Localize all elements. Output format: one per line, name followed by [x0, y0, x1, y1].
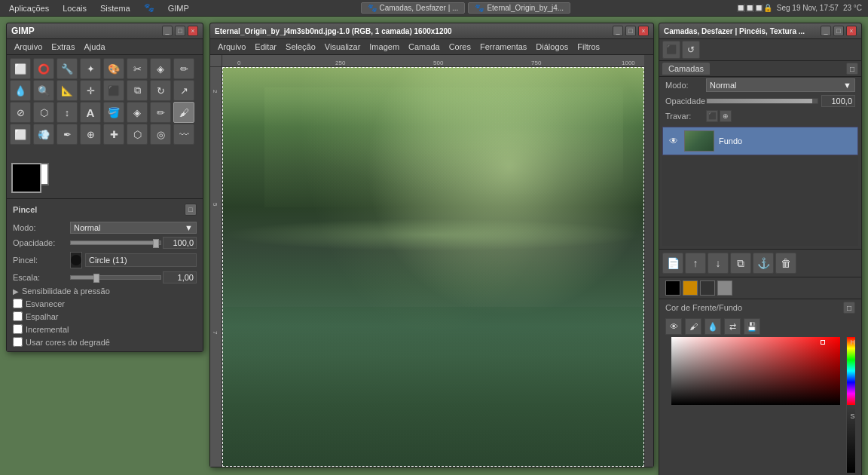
move-tool[interactable]: ✛	[80, 80, 101, 101]
layers-minimize-btn[interactable]: _	[821, 26, 831, 36]
perspective-tool[interactable]: ⬡	[33, 102, 54, 123]
brush-sensitivity-row[interactable]: ▶ Sensibilidade à pressão	[10, 285, 200, 297]
canvas-menu-filtros[interactable]: Filtros	[573, 41, 604, 53]
bucket-fill-tool[interactable]: 🪣	[103, 102, 124, 123]
lock-pixels-btn[interactable]: ⬛	[706, 110, 718, 122]
text-tool[interactable]: A	[80, 102, 101, 123]
scale-tool[interactable]: ↗	[173, 80, 194, 101]
layers-opacity-input[interactable]	[821, 95, 855, 107]
layers-icon-btn-1[interactable]: ⬛	[662, 41, 680, 59]
swatch-orange[interactable]	[683, 280, 698, 296]
brush-preview-icon[interactable]	[70, 252, 82, 268]
layers-icon-btn-2[interactable]: ↺	[682, 41, 700, 59]
lock-position-btn[interactable]: ⊕	[720, 110, 732, 122]
zoom-tool[interactable]: 🔍	[33, 80, 54, 101]
canvas-v-scrollbar[interactable]	[644, 67, 653, 467]
toolbox-close-btn[interactable]: ×	[188, 26, 198, 36]
blur-sharpen-tool[interactable]: ◎	[150, 124, 171, 145]
brush-scale-thumb[interactable]	[93, 274, 99, 283]
color-eye-btn[interactable]: 👁	[665, 318, 682, 335]
color-save-btn[interactable]: 💾	[744, 318, 760, 335]
canvas-menu-editar[interactable]: Editar	[250, 41, 281, 53]
brush-scale-value[interactable]	[163, 271, 197, 283]
layers-expand-btn[interactable]: □	[846, 63, 858, 75]
pencil-tool[interactable]: ✏	[150, 102, 171, 123]
brush-mode-dropdown[interactable]: Normal ▼	[70, 222, 197, 234]
espalhar-checkbox[interactable]	[13, 311, 23, 321]
smudge-tool[interactable]: 〰	[173, 124, 194, 145]
usar-cores-checkbox[interactable]	[13, 337, 23, 347]
swatch-gray[interactable]	[717, 280, 732, 296]
raise-layer-btn[interactable]: ↑	[685, 253, 706, 274]
canvas-close-btn[interactable]: ×	[638, 26, 649, 36]
taskbar-sistema[interactable]: Sistema	[94, 2, 136, 14]
incremental-checkbox[interactable]	[13, 324, 23, 334]
canvas-menu-selecao[interactable]: Seleção	[281, 41, 320, 53]
clone-tool[interactable]: ⊕	[80, 124, 101, 145]
brush-scale-slider[interactable]	[70, 275, 161, 280]
canvas-minimize-btn[interactable]: _	[613, 26, 623, 36]
taskbar-window-layers[interactable]: 🐾 Camadas, Desfazer | ...	[361, 2, 466, 14]
rotate-tool[interactable]: ↻	[150, 80, 171, 101]
perspective-clone-tool[interactable]: ⬡	[127, 124, 148, 145]
free-select-tool[interactable]: 🔧	[57, 58, 78, 79]
toolbox-minimize-btn[interactable]: _	[162, 26, 173, 36]
esvanecer-checkbox[interactable]	[13, 299, 23, 308]
paintbrush-tool[interactable]: 🖌	[173, 102, 194, 123]
toolbox-menu-ajuda[interactable]: Ajuda	[79, 41, 109, 53]
canvas-menu-camada[interactable]: Camada	[404, 41, 445, 53]
layers-close-btn[interactable]: ×	[846, 26, 857, 36]
color-picker-tool[interactable]: 💧	[10, 80, 31, 101]
canvas-menu-cores[interactable]: Cores	[445, 41, 475, 53]
fuzzy-select-tool[interactable]: ✦	[80, 58, 101, 79]
brush-opacity-thumb[interactable]	[153, 239, 159, 248]
anchor-layer-btn[interactable]: ⚓	[753, 253, 774, 274]
crop-tool[interactable]: ⧉	[127, 80, 148, 101]
toolbox-maximize-btn[interactable]: □	[175, 26, 185, 36]
toolbox-menu-extras[interactable]: Extras	[47, 41, 79, 53]
taskbar-window-canvas[interactable]: 🐾 Eternal_Origin_by_j4...	[468, 2, 570, 14]
swatch-black[interactable]	[665, 280, 680, 296]
brush-opacity-value[interactable]	[163, 237, 197, 249]
airbrush-tool[interactable]: 💨	[33, 124, 54, 145]
color-pick-btn[interactable]: 💧	[704, 318, 721, 335]
select-by-color-tool[interactable]: 🎨	[103, 58, 124, 79]
layers-tab-camadas[interactable]: Camadas	[662, 63, 710, 75]
layers-opacity-slider[interactable]	[706, 98, 818, 104]
brush-name-input[interactable]	[85, 253, 197, 267]
swatch-dark[interactable]	[700, 280, 715, 296]
canvas-menu-dialogos[interactable]: Diálogos	[531, 41, 573, 53]
eraser-tool[interactable]: ⬜	[10, 124, 31, 145]
taskbar-gimp-label[interactable]: GIMP	[162, 2, 195, 14]
canvas-area[interactable]	[222, 67, 644, 467]
canvas-menu-arquivo[interactable]: Arquivo	[213, 41, 250, 53]
align-tool[interactable]: ⬛	[103, 80, 124, 101]
color-paint-btn[interactable]: 🖌	[685, 318, 701, 335]
brush-panel-expand-btn[interactable]: □	[185, 204, 197, 216]
new-layer-btn[interactable]: 📄	[662, 253, 683, 274]
rect-select-tool[interactable]: ⬜	[10, 58, 31, 79]
paths-tool[interactable]: ✏	[173, 58, 194, 79]
heal-tool[interactable]: ✚	[103, 124, 124, 145]
taskbar-locais[interactable]: Locais	[57, 2, 93, 14]
taskbar-apps[interactable]: Aplicações	[3, 2, 55, 14]
layers-maximize-btn[interactable]: □	[833, 26, 844, 36]
duplicate-layer-btn[interactable]: ⧉	[730, 253, 751, 274]
color-swap-btn[interactable]: ⇄	[724, 318, 741, 335]
ellipse-select-tool[interactable]: ⭕	[33, 58, 54, 79]
layers-mode-dropdown[interactable]: Normal ▼	[706, 78, 855, 92]
ink-tool[interactable]: ✒	[57, 124, 78, 145]
blend-tool[interactable]: ◈	[127, 102, 148, 123]
scissors-select-tool[interactable]: ✂	[127, 58, 148, 79]
canvas-maximize-btn[interactable]: □	[625, 26, 636, 36]
flip-tool[interactable]: ↕	[57, 102, 78, 123]
canvas-menu-imagem[interactable]: Imagem	[365, 41, 404, 53]
brush-opacity-slider[interactable]	[70, 241, 161, 245]
foreground-color-swatch[interactable]	[11, 163, 41, 193]
color-gradient[interactable]	[671, 337, 840, 405]
layer-visibility-icon[interactable]: 👁	[668, 135, 680, 147]
measure-tool[interactable]: 📐	[57, 80, 78, 101]
layer-item-fundo[interactable]: 👁 Fundo	[662, 127, 858, 155]
lower-layer-btn[interactable]: ↓	[708, 253, 729, 274]
delete-layer-btn[interactable]: 🗑	[775, 253, 796, 274]
